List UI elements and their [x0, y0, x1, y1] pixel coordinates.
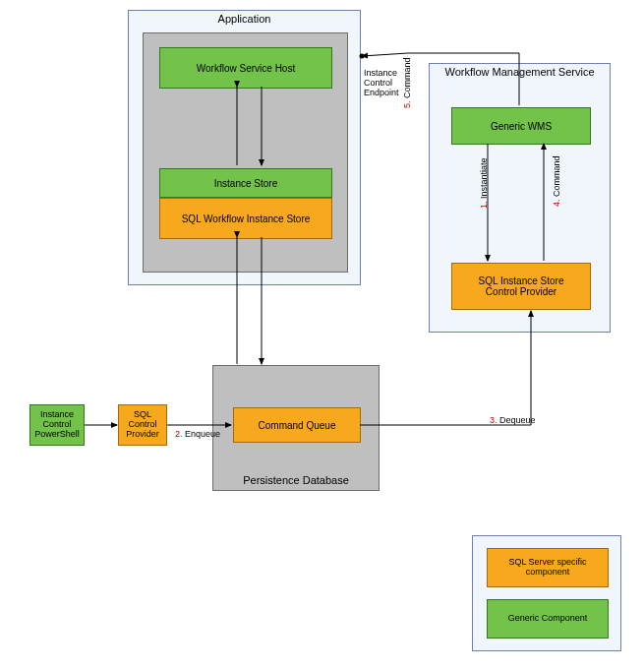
step5-label: 5. Command [403, 57, 413, 108]
legend-generic-label: Generic Component [508, 614, 588, 624]
instance-control-powershell-label: Instance Control PowerShell [34, 410, 80, 440]
instance-store-label: Instance Store [214, 178, 277, 189]
generic-wms-label: Generic WMS [491, 121, 552, 132]
sql-control-provider: SQL Control Provider [118, 404, 167, 446]
legend-sql-specific: SQL Server specific component [487, 548, 609, 587]
legend-container: SQL Server specific component Generic Co… [472, 535, 621, 651]
workflow-service-host: Workflow Service Host [159, 47, 332, 89]
instance-control-endpoint-label: Instance Control Endpoint [364, 59, 405, 98]
wms-title: Workflow Management Service [430, 64, 610, 80]
generic-wms: Generic WMS [451, 107, 591, 145]
application-inner: Workflow Service Host Instance Store SQL… [143, 32, 348, 273]
application-title: Application [129, 11, 360, 27]
workflow-service-host-label: Workflow Service Host [197, 63, 295, 74]
command-queue-label: Command Queue [259, 420, 336, 431]
sql-workflow-instance-store: SQL Workflow Instance Store [159, 198, 332, 239]
legend-generic: Generic Component [487, 599, 609, 639]
wms-container: Workflow Management Service Generic WMS … [429, 63, 611, 333]
step2-label: 2. Enqueue [175, 430, 220, 440]
sql-instance-store-control-provider: SQL Instance Store Control Provider [451, 263, 591, 310]
application-container: Application Workflow Service Host Instan… [128, 10, 361, 285]
step3-label: 3. Dequeue [490, 416, 536, 426]
persistence-database: Command Queue Persistence Database [212, 365, 380, 491]
legend-sql-specific-label: SQL Server specific component [508, 558, 586, 578]
sql-control-provider-label: SQL Control Provider [126, 410, 159, 440]
command-queue: Command Queue [233, 407, 361, 443]
step1-label: 1. Instantiate [480, 157, 490, 209]
persistence-database-title: Persistence Database [213, 474, 379, 486]
step4-label: 4. Command [553, 155, 562, 207]
sql-workflow-instance-store-label: SQL Workflow Instance Store [182, 213, 311, 224]
instance-control-powershell: Instance Control PowerShell [29, 404, 85, 446]
instance-store: Instance Store [159, 168, 332, 198]
sql-instance-store-control-provider-label: SQL Instance Store Control Provider [479, 275, 564, 297]
